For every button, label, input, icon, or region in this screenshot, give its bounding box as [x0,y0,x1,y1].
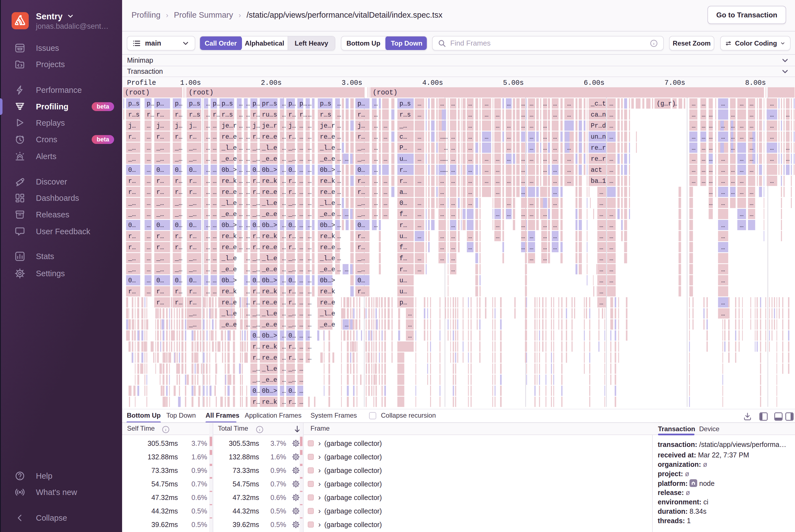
svg-text:Profile: Profile [127,79,156,87]
svg-text:…: … [702,145,705,152]
svg-text:r…: r… [175,177,183,185]
svg-text:8.00s: 8.00s [745,79,766,87]
svg-text:_…: _… [189,145,197,152]
svg-text:0…: 0… [288,387,296,395]
svg-text:…: … [553,145,557,152]
svg-text:…: … [507,100,511,108]
svg-text:…: … [721,277,725,284]
svg-text:0b…>: 0b…> [262,222,277,229]
svg-text:_…: _… [252,310,260,317]
svg-text:…: … [440,244,444,251]
svg-text:…: … [337,200,341,207]
svg-text:…: … [609,111,613,118]
svg-text:…: … [485,100,488,108]
svg-text:…: … [299,233,303,240]
svg-text:r…: r… [128,244,136,251]
svg-text:…: … [521,189,525,196]
svg-text:…: … [418,211,421,218]
svg-text:…: … [308,200,311,207]
svg-text:…: … [600,200,603,207]
svg-text:…: … [721,177,725,185]
svg-text:_l…e: _l…e [320,145,335,152]
svg-text:…: … [702,111,705,118]
svg-text:(g…r): (g…r) [657,100,676,108]
svg-text:…: … [374,133,378,140]
svg-text:…: … [246,177,250,185]
svg-text:…: … [507,211,511,218]
svg-text:…: … [721,122,725,130]
svg-text:…: … [496,167,499,174]
svg-text:re…e: re…e [320,244,335,251]
svg-text:_…: _… [175,211,183,218]
svg-text:…: … [530,244,533,251]
svg-text:…: … [239,133,243,140]
svg-text:f…: f… [399,211,407,218]
svg-text:…: … [750,189,754,196]
svg-text:j…: j… [128,122,136,130]
svg-text:…: … [299,211,303,218]
svg-text:…: … [206,288,210,295]
svg-text:…: … [521,177,525,185]
svg-text:je…r: je…r [320,122,335,130]
svg-text:_…: _… [175,200,183,207]
svg-text:…: … [308,177,311,185]
svg-text:r…: r… [213,111,221,118]
svg-text:…: … [721,200,725,207]
svg-text:…: … [337,233,341,240]
svg-text:…: … [299,387,303,395]
svg-text:…: … [299,200,303,207]
svg-text:…: … [543,145,547,152]
svg-text:…: … [702,167,705,174]
svg-text:…: … [521,155,525,163]
svg-text:re…k: re…k [222,177,237,185]
svg-text:…: … [337,167,341,174]
svg-text:_l…e: _l…e [262,255,277,262]
svg-text:…: … [702,155,705,163]
svg-text:…: … [553,177,557,185]
svg-text:_…: _… [128,200,136,207]
svg-text:u…: u… [399,277,407,284]
svg-text:…: … [750,167,754,174]
svg-text:…: … [496,189,499,196]
svg-text:…: … [468,145,472,152]
svg-text:1.00s: 1.00s [180,79,201,87]
svg-text:0b…>: 0b…> [222,222,237,229]
svg-text:…: … [418,222,421,229]
svg-text:…: … [213,177,216,185]
svg-text:…: … [786,111,790,118]
svg-text:…: … [553,167,557,174]
svg-text:…: … [496,222,499,229]
svg-text:…: … [308,111,311,118]
svg-text:…: … [692,177,696,185]
svg-text:…: … [213,155,216,163]
svg-text:…: … [567,177,571,185]
svg-text:…: … [374,167,378,174]
svg-text:0…: 0… [252,222,260,229]
svg-text:_l…e: _l…e [221,255,237,262]
svg-text:…: … [213,255,216,262]
svg-text:…: … [521,244,525,251]
svg-text:…: … [567,167,571,174]
svg-text:…: … [282,266,286,273]
svg-text:…: … [418,145,421,152]
svg-text:r…: r… [299,111,307,118]
svg-text:0…: 0… [175,277,183,284]
svg-text:0b…>: 0b…> [262,167,277,174]
svg-text:…: … [308,332,311,340]
svg-text:…: … [239,200,243,207]
svg-text:…: … [246,233,250,240]
svg-text:c…: c… [399,133,407,140]
svg-text:…: … [530,155,533,163]
svg-text:…: … [770,177,774,185]
svg-text:…: … [299,122,303,130]
svg-text:…: … [770,145,774,152]
svg-text:re…k: re…k [262,399,277,406]
svg-text:a…: a… [399,189,407,196]
svg-text:p…: p… [357,100,365,108]
svg-text:…: … [374,100,378,108]
svg-text:…: … [770,122,774,130]
svg-text:_…: _… [288,145,296,152]
svg-text:_…: _… [156,145,164,152]
svg-text:…: … [600,222,603,229]
svg-text:…: … [299,189,303,196]
